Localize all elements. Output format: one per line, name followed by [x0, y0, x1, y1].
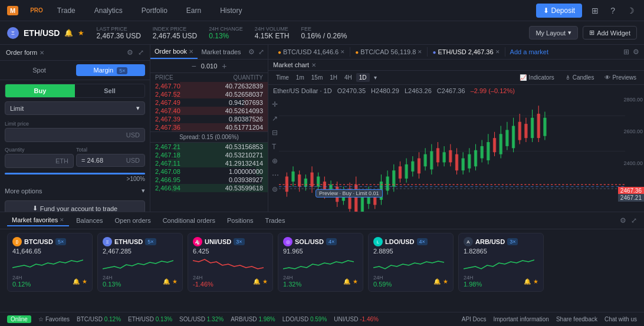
ask-row-5[interactable]: 2,467.39 0.80387526: [150, 115, 268, 123]
total-input-row: = 24.68 USD: [76, 154, 145, 167]
time-btn-1d[interactable]: 1D: [356, 73, 370, 82]
orderbook-tab-close[interactable]: ✕: [189, 48, 193, 55]
bid-row-4[interactable]: 2,467.08 1.00000000: [150, 167, 268, 176]
nav-trade[interactable]: Trade: [52, 4, 80, 17]
ethusd-star-icon[interactable]: ★: [172, 278, 178, 285]
settings-icon[interactable]: ⚙: [127, 48, 133, 57]
qty-input[interactable]: 0.01: [10, 157, 55, 165]
order-form-close[interactable]: ✕: [40, 50, 44, 56]
moon-icon[interactable]: ☽: [625, 4, 637, 18]
limit-price-input[interactable]: 2467.21: [10, 131, 126, 139]
fav-arbusd[interactable]: A ARB/USD 3× 1.82865 24H 1.98% 🔔 ★: [458, 233, 544, 292]
ask-row-1[interactable]: 2,467.70 40.72632839: [150, 82, 268, 90]
time-btn-1h[interactable]: 1H: [327, 73, 340, 82]
arbusd-bell-icon[interactable]: 🔔: [524, 278, 531, 285]
chart-layout-icon[interactable]: ⊞: [623, 48, 629, 56]
status-uniusd: UNI/USD -1.46%: [334, 316, 379, 322]
expand-icon[interactable]: ⤢: [138, 48, 144, 57]
close-ethusd-icon[interactable]: ✕: [495, 49, 500, 55]
time-btn-4h[interactable]: 4H: [341, 73, 355, 82]
uniusd-bell-icon[interactable]: 🔔: [253, 278, 260, 285]
nav-analytics[interactable]: Analytics: [90, 4, 127, 17]
balances-tab[interactable]: Balances: [71, 215, 107, 226]
market-tab-ethusd[interactable]: ● ETH/USD 2,467.36 ✕: [428, 47, 505, 57]
deposit-button[interactable]: ⬇ Deposit: [536, 4, 583, 18]
fav-ethusd[interactable]: Ξ ETH/USD 5× 2,467.285 24H 0.13% 🔔 ★: [97, 233, 183, 292]
positions-tab[interactable]: Positions: [222, 215, 258, 226]
ask-row-2[interactable]: 2,467.52 40.52658037: [150, 90, 268, 98]
buy-button[interactable]: Buy: [5, 84, 75, 97]
fav-solusd[interactable]: ◎ SOL/USD 4× 91.965 24H 1.32% 🔔 ★: [278, 233, 363, 292]
ob-expand-icon[interactable]: ⤢: [258, 48, 264, 56]
ob-minus-btn[interactable]: −: [192, 61, 196, 71]
star-icon[interactable]: ★: [78, 29, 84, 37]
bid-row-1[interactable]: 2,467.21 40.53156853: [150, 143, 268, 151]
indicators-button[interactable]: 📈 Indicators: [517, 73, 557, 82]
market-tab-btccad[interactable]: ● BTC/CAD 56,119.8 ✕: [350, 47, 428, 57]
layout-button[interactable]: My Layout ▾: [529, 26, 578, 39]
close-btcusd-icon[interactable]: ✕: [340, 49, 345, 55]
grid-icon[interactable]: ⊞: [589, 4, 601, 18]
order-book-tab[interactable]: Order book ✕: [150, 45, 198, 59]
spot-tab[interactable]: Spot: [5, 64, 74, 76]
bid-row-5[interactable]: 2,466.95 0.03938927: [150, 176, 268, 184]
ldousd-bell-icon[interactable]: 🔔: [433, 278, 441, 285]
margin-tab[interactable]: Margin 5×: [76, 64, 145, 76]
add-market-button[interactable]: Add a market: [505, 47, 553, 57]
bell-icon[interactable]: 🔔: [64, 29, 73, 37]
time-btn-1m[interactable]: 1m: [293, 73, 307, 82]
ob-plus-btn[interactable]: +: [222, 61, 226, 71]
market-trades-tab[interactable]: Market trades: [198, 45, 245, 59]
help-icon[interactable]: ?: [608, 4, 617, 18]
uniusd-star-icon[interactable]: ★: [262, 278, 268, 285]
order-type-select[interactable]: Limit ▾: [5, 101, 145, 115]
fav-ldousd[interactable]: L LDO/USD 4× 2.8895 24H 0.59% 🔔 ★: [368, 233, 454, 292]
ldousd-star-icon[interactable]: ★: [443, 278, 448, 285]
add-widget-button[interactable]: ⊞ Add Widget: [583, 26, 637, 39]
bid-row-2[interactable]: 2,467.18 40.53210271: [150, 151, 268, 159]
nav-history[interactable]: History: [215, 4, 247, 17]
ob-settings-icon[interactable]: ⚙: [248, 48, 255, 56]
btm-settings-icon[interactable]: ⚙: [620, 216, 626, 225]
candles-button[interactable]: 🕯 Candles: [562, 73, 597, 82]
ask-row-3[interactable]: 2,467.49 0.94207693: [150, 98, 268, 107]
bid-price-6: 2,466.94: [155, 185, 180, 192]
arbusd-star-icon[interactable]: ★: [533, 278, 538, 285]
favorites-link[interactable]: ☆ Favorites: [38, 316, 70, 322]
open-orders-tab[interactable]: Open orders: [110, 215, 156, 226]
solusd-star-icon[interactable]: ★: [353, 278, 358, 285]
time-btn-chevron[interactable]: ▾: [371, 73, 380, 82]
share-feedback-link[interactable]: Share feedback: [556, 316, 597, 322]
chat-with-us-link[interactable]: Chat with us: [604, 316, 637, 322]
ethusd-bell-icon[interactable]: 🔔: [163, 278, 170, 285]
market-favorites-tab[interactable]: Market favorites ✕: [7, 215, 69, 226]
time-btn-time[interactable]: Time: [273, 73, 292, 82]
trades-tab[interactable]: Trades: [261, 215, 290, 226]
ask-row-4[interactable]: 2,467.40 40.52614093: [150, 107, 268, 115]
close-btccad-icon[interactable]: ✕: [418, 49, 422, 55]
api-docs-link[interactable]: API Docs: [462, 316, 487, 322]
fav-uniusd[interactable]: 🦄 UNI/USD 3× 6.425 24H -1.46% 🔔 ★: [188, 233, 273, 292]
btcusd-bell-icon[interactable]: 🔔: [73, 278, 80, 285]
mf-close-icon[interactable]: ✕: [60, 217, 64, 223]
previews-button[interactable]: 👁 Previews: [602, 73, 639, 82]
conditional-orders-tab[interactable]: Conditional orders: [158, 215, 220, 226]
ask-row-6[interactable]: 2,467.36 40.51771204: [150, 123, 268, 131]
time-btn-15m[interactable]: 15m: [308, 73, 326, 82]
btm-expand-icon[interactable]: ⤢: [631, 216, 637, 225]
chart-title-close[interactable]: ✕: [311, 62, 316, 68]
solusd-bell-icon[interactable]: 🔔: [343, 278, 350, 285]
eth-icon: Ξ: [7, 27, 19, 39]
bid-row-3[interactable]: 2,467.11 41.29132414: [150, 159, 268, 167]
btcusd-star-icon[interactable]: ★: [82, 278, 87, 285]
chart-settings-icon[interactable]: ⚙: [633, 48, 639, 56]
more-options[interactable]: More options ▾: [5, 187, 145, 195]
slider-bar[interactable]: [5, 173, 145, 174]
bid-row-6[interactable]: 2,466.94 40.53599618: [150, 184, 268, 192]
market-tab-btcusd[interactable]: ● BTC/USD 41,646.6 ✕: [273, 47, 350, 57]
sell-button[interactable]: Sell: [75, 84, 144, 97]
nav-earn[interactable]: Earn: [182, 4, 206, 17]
important-info-link[interactable]: Important information: [493, 316, 549, 322]
nav-portfolio[interactable]: Portfolio: [137, 4, 172, 17]
fav-btcusd[interactable]: ₿ BTC/USD 5× 41,646.65 24H 0.12% 🔔 ★: [7, 233, 93, 292]
